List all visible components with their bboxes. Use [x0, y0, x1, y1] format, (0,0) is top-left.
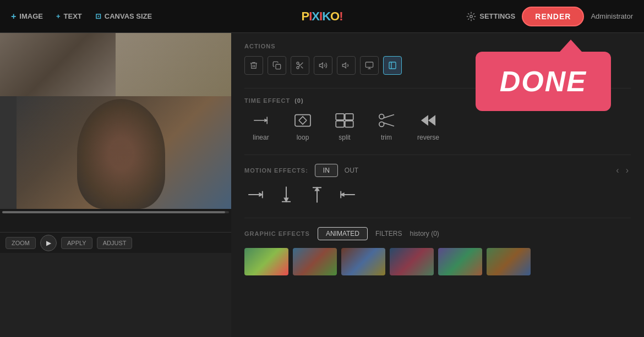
time-effect-reverse[interactable]: reverse	[412, 111, 445, 141]
volume-up-action-button[interactable]	[314, 56, 332, 75]
motion-out-label[interactable]: OUT	[345, 167, 358, 174]
resize-action-button[interactable]	[360, 56, 379, 75]
volume-down-action-button[interactable]	[337, 56, 356, 75]
effect-thumb-6-preview	[487, 248, 531, 275]
done-popup-text: DONE	[500, 65, 587, 97]
settings-button[interactable]: SETTINGS	[466, 12, 515, 21]
animated-tab[interactable]: ANIMATED	[318, 227, 368, 240]
time-effect-linear[interactable]: linear	[244, 111, 277, 141]
scrollbar-thumb[interactable]	[2, 211, 225, 213]
svg-rect-9	[365, 62, 373, 67]
effect-thumb-2[interactable]	[293, 248, 337, 275]
filters-tab[interactable]: FILTERS	[375, 230, 402, 237]
trash-icon	[249, 61, 258, 70]
done-popup-arrow	[560, 40, 582, 52]
effect-thumb-1[interactable]	[244, 248, 288, 275]
canvas-person-figure	[77, 99, 165, 209]
canvas-preview	[0, 33, 231, 209]
text-label: TEXT	[64, 12, 82, 20]
text-nav-item[interactable]: + TEXT	[56, 12, 82, 20]
canvas-icon: ⊡	[95, 12, 101, 20]
time-effect-loop[interactable]: loop	[286, 111, 319, 141]
timeline-scrollbar[interactable]	[0, 209, 231, 216]
svg-rect-1	[276, 64, 281, 69]
svg-line-6	[298, 64, 300, 65]
svg-marker-7	[319, 63, 323, 68]
trim-label: trim	[381, 134, 392, 141]
nav-left-group: + IMAGE + TEXT ⊡ CANVAS SIZE	[11, 12, 152, 21]
delete-action-button[interactable]	[244, 56, 263, 75]
motion-arrow-down[interactable]	[275, 185, 297, 205]
svg-point-0	[470, 15, 473, 18]
gear-icon	[466, 12, 476, 21]
image-label: IMAGE	[19, 12, 43, 20]
reverse-label: reverse	[417, 134, 439, 141]
motion-effects-header: MOTION EFFECTS: IN OUT ‹ ›	[244, 164, 631, 177]
effect-thumb-3-preview	[341, 248, 385, 275]
canvas-size-nav-item[interactable]: ⊡ CANVAS SIZE	[95, 12, 152, 20]
settings-label: SETTINGS	[479, 12, 515, 20]
volume-down-icon	[342, 61, 351, 70]
canvas-image-top-left	[0, 33, 116, 96]
image-nav-item[interactable]: + IMAGE	[11, 12, 43, 21]
filter-action-button[interactable]	[383, 56, 402, 75]
scrollbar-track	[2, 211, 229, 213]
effect-thumb-5[interactable]	[438, 248, 482, 275]
effect-thumb-1-preview	[244, 248, 288, 275]
play-icon: ▶	[46, 239, 51, 247]
motion-next-arrow[interactable]: ›	[624, 164, 631, 176]
logo-text: PIXIKO!	[302, 9, 343, 24]
svg-point-23	[379, 122, 384, 127]
copy-icon	[272, 61, 281, 70]
graphic-effects-section: GRAPHIC EFFECTS ANIMATED FILTERS history…	[244, 227, 631, 275]
history-label: history (0)	[410, 230, 439, 237]
linear-label: linear	[253, 134, 269, 141]
time-effect-split[interactable]: split	[328, 111, 361, 141]
scissors-icon	[296, 61, 304, 70]
split-action-button[interactable]	[291, 56, 309, 75]
linear-icon	[250, 111, 272, 130]
volume-up-icon	[319, 61, 328, 70]
motion-section: MOTION EFFECTS: IN OUT ‹ ›	[244, 164, 631, 205]
effect-thumb-3[interactable]	[341, 248, 385, 275]
time-effects-row: linear loop	[244, 111, 631, 141]
motion-arrow-left[interactable]	[337, 185, 359, 205]
apply-button[interactable]: APPLY	[61, 237, 92, 249]
done-popup[interactable]: DONE	[476, 40, 611, 111]
effect-thumb-4[interactable]	[390, 248, 434, 275]
svg-marker-27	[428, 115, 435, 126]
motion-prev-arrow[interactable]: ‹	[614, 164, 621, 176]
divider-3	[244, 218, 631, 218]
motion-arrow-up[interactable]	[306, 185, 328, 205]
motion-in-tab[interactable]: IN	[315, 164, 338, 177]
svg-point-2	[297, 62, 299, 64]
resize-icon	[365, 61, 374, 70]
render-button[interactable]: RENDER	[522, 7, 584, 26]
adjust-button[interactable]: ADJUST	[97, 237, 133, 249]
top-navigation: + IMAGE + TEXT ⊡ CANVAS SIZE PIXIKO! SET…	[0, 0, 644, 33]
motion-nav-arrows: ‹ ›	[614, 164, 631, 176]
done-popup-box: DONE	[476, 52, 611, 111]
play-button[interactable]: ▶	[40, 235, 57, 251]
loop-icon	[292, 111, 314, 130]
svg-rect-12	[389, 62, 396, 69]
svg-marker-26	[421, 115, 428, 126]
canvas-image-top-right	[116, 33, 231, 96]
effect-thumb-2-preview	[293, 248, 337, 275]
trim-icon	[375, 111, 397, 130]
plus-icon: +	[11, 12, 16, 21]
svg-rect-18	[336, 114, 344, 120]
svg-line-24	[384, 115, 394, 118]
duplicate-action-button[interactable]	[268, 56, 286, 75]
canvas-panel: ZOOM ▶ APPLY ADJUST	[0, 33, 231, 337]
time-effect-trim[interactable]: trim	[370, 111, 403, 141]
svg-line-25	[384, 123, 394, 126]
motion-effects-label: MOTION EFFECTS:	[244, 167, 308, 174]
zoom-button[interactable]: ZOOM	[6, 237, 36, 249]
effect-thumb-4-preview	[390, 248, 434, 275]
effects-thumbnails-row	[244, 248, 631, 275]
effect-thumb-6[interactable]	[487, 248, 531, 275]
motion-arrow-right[interactable]	[244, 185, 266, 205]
split-label: split	[339, 134, 350, 141]
svg-rect-19	[345, 114, 353, 120]
